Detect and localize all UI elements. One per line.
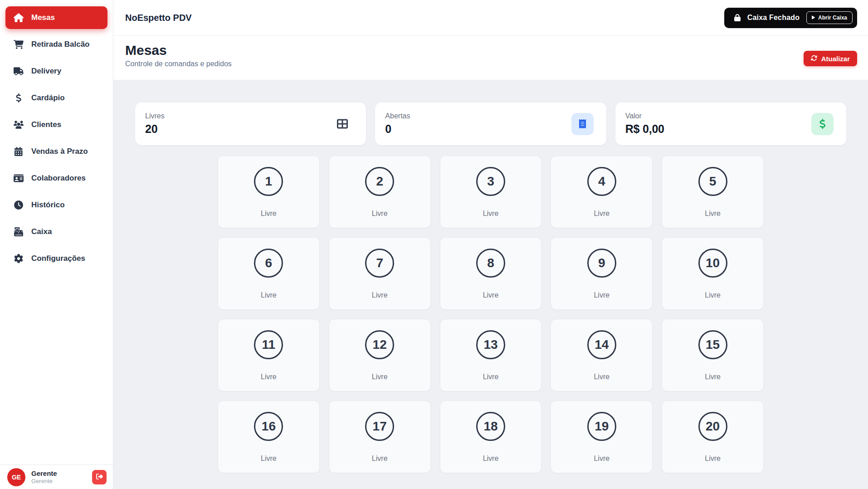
- table-number: 6: [254, 249, 283, 278]
- table-status: Livre: [261, 373, 277, 381]
- sidebar-item-cardapio[interactable]: Cardápio: [5, 87, 107, 109]
- table-status: Livre: [261, 291, 277, 299]
- sidebar-item-historico[interactable]: Histórico: [5, 194, 107, 216]
- stat-text: Livres 20: [145, 112, 165, 136]
- page-subtitle: Controle de comandas e pedidos: [125, 60, 232, 68]
- table-status: Livre: [705, 210, 721, 218]
- user-name: Gerente: [31, 469, 57, 478]
- table-number: 20: [698, 412, 727, 441]
- sidebar-item-label: Delivery: [31, 67, 61, 76]
- table-card-10[interactable]: 10 Livre: [662, 237, 764, 310]
- table-status: Livre: [372, 291, 388, 299]
- users-icon: [14, 120, 24, 129]
- refresh-icon: [811, 55, 817, 63]
- table-card-16[interactable]: 16 Livre: [218, 401, 320, 473]
- refresh-button[interactable]: Atualizar: [804, 51, 857, 66]
- table-number: 11: [254, 330, 283, 359]
- table-number: 2: [365, 167, 394, 196]
- sidebar-item-label: Cardápio: [31, 93, 65, 103]
- avatar: GE: [7, 468, 25, 486]
- table-number: 9: [587, 249, 616, 278]
- table-status: Livre: [705, 291, 721, 299]
- table-card-7[interactable]: 7 Livre: [329, 237, 431, 310]
- table-card-1[interactable]: 1 Livre: [218, 156, 320, 228]
- caixa-status-label: Caixa Fechado: [747, 14, 800, 22]
- gear-icon: [14, 254, 24, 263]
- sidebar-item-label: Retirada Balcão: [31, 40, 90, 49]
- sidebar-item-vendas-a-prazo[interactable]: Vendas à Prazo: [5, 140, 107, 163]
- table-card-20[interactable]: 20 Livre: [662, 401, 764, 473]
- logout-button[interactable]: [92, 470, 107, 484]
- table-card-9[interactable]: 9 Livre: [551, 237, 653, 310]
- table-status: Livre: [594, 291, 610, 299]
- table-card-4[interactable]: 4 Livre: [551, 156, 653, 228]
- table-status: Livre: [261, 455, 277, 463]
- truck-icon: [14, 67, 24, 76]
- table-card-11[interactable]: 11 Livre: [218, 319, 320, 391]
- app-title: NoEspetto PDV: [125, 13, 192, 23]
- table-number: 14: [587, 330, 616, 359]
- table-card-17[interactable]: 17 Livre: [329, 401, 431, 473]
- table-status: Livre: [372, 455, 388, 463]
- table-number: 13: [476, 330, 505, 359]
- main-area: NoEspetto PDV Caixa Fechado Abrir Caixa …: [113, 0, 868, 489]
- lock-icon: [734, 14, 741, 21]
- sidebar-item-colaboradores[interactable]: Colaboradores: [5, 167, 107, 190]
- user-info: Gerente Gerente: [31, 469, 57, 485]
- table-card-6[interactable]: 6 Livre: [218, 237, 320, 310]
- table-status: Livre: [705, 373, 721, 381]
- table-card-13[interactable]: 13 Livre: [440, 319, 542, 391]
- table-number: 16: [254, 412, 283, 441]
- table-card-3[interactable]: 3 Livre: [440, 156, 542, 228]
- table-status: Livre: [372, 373, 388, 381]
- home-icon: [14, 13, 24, 22]
- sidebar-item-configuracoes[interactable]: Configurações: [5, 247, 107, 270]
- stats-row: Livres 20 Abertas 0 Valor R$ 0,00: [135, 103, 846, 145]
- table-card-15[interactable]: 15 Livre: [662, 319, 764, 391]
- sidebar-item-label: Vendas à Prazo: [31, 147, 88, 156]
- table-card-2[interactable]: 2 Livre: [329, 156, 431, 228]
- table-card-5[interactable]: 5 Livre: [662, 156, 764, 228]
- stat-value: 0: [385, 122, 410, 136]
- calendar-icon: [14, 147, 24, 156]
- sidebar-item-label: Clientes: [31, 120, 61, 129]
- page-header: Mesas Controle de comandas e pedidos Atu…: [113, 36, 868, 80]
- abrir-caixa-button[interactable]: Abrir Caixa: [806, 11, 853, 24]
- stat-value: R$ 0,00: [625, 122, 664, 136]
- dollar-icon: [811, 113, 834, 135]
- content-area: Livres 20 Abertas 0 Valor R$ 0,00 1 Livr…: [113, 80, 868, 489]
- stat-card-valor: Valor R$ 0,00: [615, 103, 846, 145]
- table-card-8[interactable]: 8 Livre: [440, 237, 542, 310]
- sidebar-item-delivery[interactable]: Delivery: [5, 60, 107, 83]
- sidebar-item-mesas[interactable]: Mesas: [5, 6, 107, 29]
- table-card-18[interactable]: 18 Livre: [440, 401, 542, 473]
- sidebar-item-caixa[interactable]: Caixa: [5, 220, 107, 243]
- play-icon: [812, 15, 815, 21]
- stat-value: 20: [145, 122, 165, 136]
- tables-grid: 1 Livre 2 Livre 3 Livre 4 Livre 5 Livre …: [218, 156, 764, 473]
- page-title: Mesas: [125, 43, 232, 59]
- table-number: 19: [587, 412, 616, 441]
- stat-label: Livres: [145, 112, 165, 120]
- caixa-status-pill: Caixa Fechado Abrir Caixa: [724, 8, 857, 28]
- table-status: Livre: [594, 210, 610, 218]
- table-status: Livre: [594, 455, 610, 463]
- abrir-caixa-label: Abrir Caixa: [818, 15, 847, 21]
- table-status: Livre: [483, 455, 499, 463]
- cash-register-icon: [14, 227, 24, 236]
- table-number: 3: [476, 167, 505, 196]
- table-number: 5: [698, 167, 727, 196]
- table-status: Livre: [372, 210, 388, 218]
- table-card-14[interactable]: 14 Livre: [551, 319, 653, 391]
- sidebar-item-retirada-balcao[interactable]: Retirada Balcão: [5, 33, 107, 56]
- table-status: Livre: [483, 291, 499, 299]
- sidebar-item-label: Caixa: [31, 227, 52, 236]
- table-card-19[interactable]: 19 Livre: [551, 401, 653, 473]
- table-card-12[interactable]: 12 Livre: [329, 319, 431, 391]
- table-number: 7: [365, 249, 394, 278]
- table-number: 4: [587, 167, 616, 196]
- table-number: 1: [254, 167, 283, 196]
- stat-card-abertas: Abertas 0: [375, 103, 606, 145]
- sidebar-item-label: Histórico: [31, 200, 65, 210]
- sidebar-item-clientes[interactable]: Clientes: [5, 113, 107, 136]
